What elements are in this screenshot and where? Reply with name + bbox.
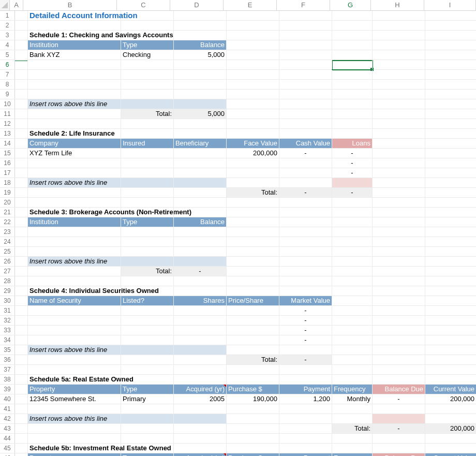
row-header[interactable]: 11 [0,109,15,119]
row-header[interactable]: 46 [0,453,15,456]
select-all-corner[interactable] [0,0,10,10]
schedule2-face[interactable]: 200,000 [227,149,279,158]
note-marker-icon[interactable] [224,385,226,387]
schedule2-title: Schedule 2: Life Insurance [28,129,121,138]
schedule2-total-cash: - [279,188,332,197]
row-header[interactable]: 15 [0,149,15,158]
row-header[interactable]: 37 [0,365,15,374]
schedule1-header-institution: Institution [28,40,121,50]
col-header-G[interactable]: G [330,0,371,10]
schedule2-header-cash: Cash Value [279,139,332,148]
schedule2-header-insured: Insured [121,139,174,148]
schedule1-title: Schedule 1: Checking and Savings Account… [28,31,121,40]
schedule1-header-balance: Balance [174,40,227,50]
schedule2-cash[interactable]: - [279,149,332,158]
schedule1-institution[interactable]: Bank XYZ [28,50,121,60]
schedule2-insert: Insert rows above this line [28,178,121,187]
col-header-H[interactable]: H [371,0,424,10]
row-header[interactable]: 27 [0,267,15,276]
row-header[interactable]: 45 [0,444,15,453]
schedule1-balance[interactable]: 5,000 [174,50,227,60]
row-header[interactable]: 40 [0,394,15,404]
schedule2-company[interactable]: XYZ Term Life [28,149,121,158]
row-header[interactable]: 32 [0,316,15,325]
col-header-I[interactable]: I [424,0,476,10]
col-header-E[interactable]: E [224,0,277,10]
row-header[interactable]: 34 [0,335,15,345]
row-header[interactable]: 31 [0,306,15,315]
row-header[interactable]: 22 [0,217,15,227]
row-header[interactable]: 8 [0,80,15,89]
row-header[interactable]: 14 [0,139,15,148]
row-header[interactable]: 16 [0,158,15,168]
schedule2-header-beneficiary: Beneficiary [174,139,227,148]
row-header[interactable]: 23 [0,227,15,237]
svg-marker-0 [2,2,8,8]
row-header[interactable]: 7 [0,70,15,79]
row-header[interactable]: 41 [0,404,15,414]
row-header[interactable]: 26 [0,257,15,266]
row-header[interactable]: 18 [0,178,15,187]
row-header[interactable]: 43 [0,424,15,433]
col-header-A[interactable]: A [10,0,23,10]
row-header[interactable]: 36 [0,355,15,364]
col-header-D[interactable]: D [170,0,224,10]
schedule2-header-loans: Loans [332,139,373,148]
grid[interactable]: 1 Detailed Account Information 2 3 Sched… [0,11,476,456]
column-headers: A B C D E F G H I [0,0,476,11]
row-header[interactable]: 3 [0,31,15,40]
row-header[interactable]: 21 [0,208,15,217]
row-header[interactable]: 38 [0,375,15,384]
row-header[interactable]: 42 [0,414,15,423]
row-header[interactable]: 29 [0,286,15,296]
row-header[interactable]: 20 [0,198,15,207]
schedule1-total-value: 5,000 [174,109,227,119]
row-header[interactable]: 24 [0,237,15,246]
row-header[interactable]: 28 [0,276,15,286]
row-header[interactable]: 6 [0,60,15,69]
schedule1-header-type: Type [121,40,174,50]
col-header-C[interactable]: C [117,0,170,10]
row-header[interactable]: 19 [0,188,15,197]
schedule2-header-face: Face Value [227,139,279,148]
schedule1-insert: Insert rows above this line [28,99,121,109]
note-marker-icon[interactable] [224,453,226,456]
col-header-B[interactable]: B [23,0,117,10]
schedule1-type[interactable]: Checking [121,50,174,60]
page-title: Detailed Account Information [28,11,121,20]
row-header[interactable]: 17 [0,168,15,178]
row-header[interactable]: 5 [0,50,15,60]
row-header[interactable]: 2 [0,21,15,30]
schedule2-total-label: Total: [227,188,279,197]
row-header[interactable]: 13 [0,129,15,138]
row-header[interactable]: 12 [0,119,15,128]
row-header[interactable]: 1 [0,11,15,20]
row-header[interactable]: 4 [0,40,15,50]
row-header[interactable]: 39 [0,385,15,394]
row-header[interactable]: 10 [0,99,15,109]
row-header[interactable]: 33 [0,326,15,335]
row-header[interactable]: 44 [0,434,15,443]
row-header[interactable]: 35 [0,345,15,355]
schedule2-header-company: Company [28,139,121,148]
schedule2-loans[interactable]: - [332,149,373,158]
schedule2-total-loans: - [332,188,373,197]
row-header[interactable]: 25 [0,247,15,256]
spreadsheet: A B C D E F G H I 1 Detailed Account Inf… [0,0,476,456]
select-all-icon [2,2,8,8]
row-header[interactable]: 30 [0,296,15,305]
schedule1-total-label: Total: [121,109,174,119]
schedule3-title: Schedule 3: Brokerage Accounts (Non-Reti… [28,208,121,217]
col-header-F[interactable]: F [277,0,330,10]
row-header[interactable]: 9 [0,90,15,99]
